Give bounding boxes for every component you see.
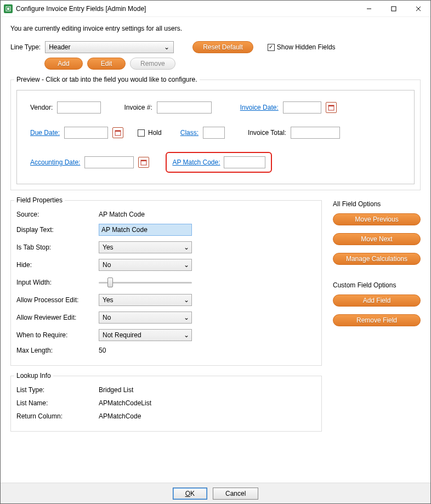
minimize-button[interactable] xyxy=(356,1,381,16)
when-to-require-dropdown[interactable]: Not Required⌄ xyxy=(99,329,192,341)
invoice-date-link[interactable]: Invoice Date: xyxy=(240,104,279,111)
app-icon xyxy=(4,4,13,13)
when-to-require-label: When to Require: xyxy=(16,331,99,339)
chevron-down-icon: ⌄ xyxy=(184,296,189,304)
reset-default-button[interactable]: Reset Default xyxy=(192,41,253,53)
max-length-label: Max Length: xyxy=(16,347,99,354)
all-field-options-title: All Field Options xyxy=(333,200,421,208)
line-type-label: Line Type: xyxy=(10,43,41,51)
manage-calculations-button[interactable]: Manage Calculations xyxy=(333,253,421,265)
list-type-label: List Type: xyxy=(16,386,99,394)
checkbox-checked-icon: ✓ xyxy=(268,44,275,51)
allow-processor-dropdown[interactable]: Yes⌄ xyxy=(99,294,192,306)
due-date-input[interactable] xyxy=(64,127,108,139)
max-length-value: 50 xyxy=(99,347,106,354)
invoice-num-label: Invoice #: xyxy=(124,104,152,111)
svg-rect-7 xyxy=(328,105,334,106)
chevron-down-icon: ⌄ xyxy=(162,43,171,51)
invoice-total-label: Invoice Total: xyxy=(248,129,286,137)
chevron-down-icon: ⌄ xyxy=(184,261,189,269)
svg-rect-9 xyxy=(115,131,121,132)
due-date-link[interactable]: Due Date: xyxy=(30,129,60,137)
accounting-date-link[interactable]: Accounting Date: xyxy=(30,158,80,166)
allow-reviewer-label: Allow Reviewer Edit: xyxy=(16,314,99,321)
list-type-value: Bridged List xyxy=(99,386,133,394)
field-properties-groupbox: Field Properties Source: AP Match Code D… xyxy=(10,200,322,366)
lookup-info-groupbox: Lookup Info List Type: Bridged List List… xyxy=(10,376,322,432)
info-text: You are currently editing invoice entry … xyxy=(10,25,421,32)
ap-match-code-link[interactable]: AP Match Code: xyxy=(172,158,220,166)
accounting-date-picker-button[interactable] xyxy=(138,157,149,168)
input-width-slider[interactable] xyxy=(99,276,192,288)
show-hidden-label: Show Hidden Fields xyxy=(277,43,336,51)
custom-field-options-title: Custom Field Options xyxy=(333,281,421,289)
chevron-down-icon: ⌄ xyxy=(184,314,189,321)
class-input[interactable] xyxy=(203,127,225,139)
add-field-button[interactable]: Add Field xyxy=(333,295,421,307)
vendor-input[interactable] xyxy=(57,101,101,114)
hold-label: Hold xyxy=(148,129,162,137)
is-tab-stop-label: Is Tab Stop: xyxy=(16,243,99,251)
invoice-date-input[interactable] xyxy=(283,101,321,114)
dialog-footer: OK Cancel xyxy=(1,483,430,503)
field-properties-title: Field Properties xyxy=(14,196,65,204)
invoice-total-input[interactable] xyxy=(291,127,340,139)
invoice-num-input[interactable] xyxy=(157,101,212,114)
ok-button[interactable]: OK xyxy=(173,488,207,500)
source-label: Source: xyxy=(16,211,99,218)
add-button[interactable]: Add xyxy=(44,58,83,70)
display-text-input[interactable] xyxy=(99,224,192,236)
line-type-combo[interactable]: Header ⌄ xyxy=(45,41,174,53)
accounting-date-input[interactable] xyxy=(84,156,134,168)
line-type-value: Header xyxy=(49,43,70,51)
is-tab-stop-dropdown[interactable]: Yes⌄ xyxy=(99,241,192,253)
hold-checkbox[interactable] xyxy=(138,129,145,137)
class-link[interactable]: Class: xyxy=(180,129,199,137)
hide-label: Hide: xyxy=(16,261,99,269)
move-previous-button[interactable]: Move Previous xyxy=(333,213,421,225)
list-name-value: APMatchCodeList xyxy=(99,399,151,407)
lookup-info-title: Lookup Info xyxy=(14,372,53,380)
invoice-date-picker-button[interactable] xyxy=(326,102,337,113)
allow-reviewer-dropdown[interactable]: No⌄ xyxy=(99,312,192,324)
preview-panel: Vendor: Invoice #: Invoice Date: Due Dat… xyxy=(16,90,415,184)
chevron-down-icon: ⌄ xyxy=(184,243,189,251)
svg-rect-11 xyxy=(141,160,146,161)
preview-groupbox: Preview - Click or tab into the field yo… xyxy=(10,80,421,190)
display-text-label: Display Text: xyxy=(16,226,99,234)
ap-match-code-input[interactable] xyxy=(224,156,265,168)
list-name-label: List Name: xyxy=(16,399,99,407)
return-column-label: Return Column: xyxy=(16,412,99,420)
hide-dropdown[interactable]: No⌄ xyxy=(99,259,192,271)
input-width-label: Input Width: xyxy=(16,279,99,286)
selected-field-highlight: AP Match Code: xyxy=(166,152,271,173)
preview-title: Preview - Click or tab into the field yo… xyxy=(14,76,200,83)
edit-button[interactable]: Edit xyxy=(87,58,126,70)
window-title: Configure Invoice Entry Fields [Admin Mo… xyxy=(16,5,356,13)
titlebar: Configure Invoice Entry Fields [Admin Mo… xyxy=(1,1,430,17)
move-next-button[interactable]: Move Next xyxy=(333,233,421,245)
allow-processor-label: Allow Processor Edit: xyxy=(16,296,99,304)
due-date-picker-button[interactable] xyxy=(112,127,123,138)
return-column-value: APMatchCode xyxy=(99,412,141,420)
vendor-label: Vendor: xyxy=(30,104,53,111)
cancel-button[interactable]: Cancel xyxy=(213,488,258,500)
svg-rect-3 xyxy=(392,7,396,11)
close-button[interactable] xyxy=(406,1,430,16)
show-hidden-checkbox[interactable]: ✓ Show Hidden Fields xyxy=(268,43,336,51)
source-value: AP Match Code xyxy=(99,211,145,218)
maximize-button[interactable] xyxy=(381,1,406,16)
svg-rect-1 xyxy=(7,8,9,10)
remove-field-button[interactable]: Remove Field xyxy=(333,314,421,326)
chevron-down-icon: ⌄ xyxy=(184,331,189,339)
remove-button: Remove xyxy=(130,58,175,70)
